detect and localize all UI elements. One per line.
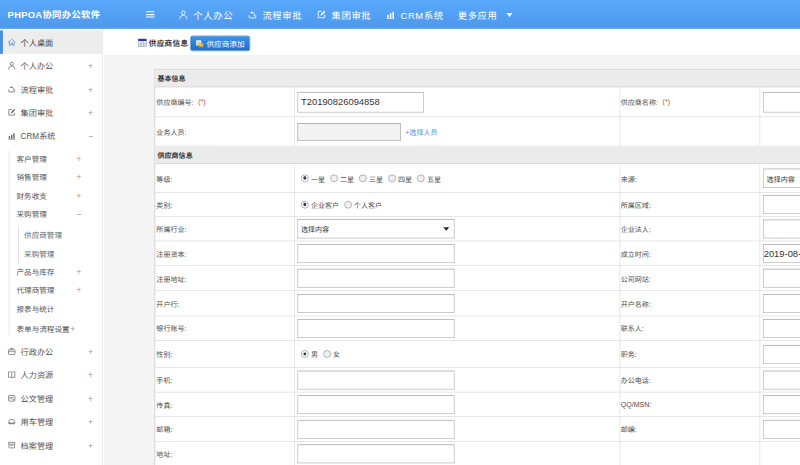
founding-date-input[interactable] (763, 244, 800, 263)
region-input[interactable] (763, 195, 800, 214)
sidebar-item-5[interactable]: CRM系统− (0, 124, 102, 147)
level-radios-option-3[interactable]: 三星 (359, 173, 383, 183)
field-input-cell: 选择内容 (295, 217, 621, 241)
sidebar-item-18[interactable]: 公文管理+ (0, 387, 102, 410)
registered-capital-input[interactable] (298, 244, 455, 263)
website-input[interactable] (763, 269, 800, 288)
field-input-cell: +选择人员 (295, 117, 621, 146)
address-input[interactable] (298, 445, 455, 464)
sidebar-item-8[interactable]: 财务收支+ (0, 186, 102, 204)
sidebar-item-10[interactable]: 供应商管理 (18, 225, 102, 244)
select-person-link[interactable]: +选择人员 (405, 127, 437, 137)
field-label: 来源: (621, 173, 637, 183)
field-input-cell (760, 193, 800, 216)
sidebar-item-3[interactable]: 流程审批+ (0, 77, 102, 100)
collapse-minus-icon[interactable]: − (76, 208, 81, 218)
expand-plus-icon[interactable]: + (88, 61, 93, 71)
mobile-input[interactable] (298, 370, 455, 389)
bank-account-input[interactable] (298, 319, 455, 338)
legal-person-input[interactable] (763, 219, 800, 238)
field-label: 手机: (156, 375, 172, 385)
expand-plus-icon[interactable]: + (76, 267, 81, 277)
qq-msn-input[interactable] (763, 395, 800, 414)
sidebar-item-15[interactable]: 表单与流程设置+ (0, 320, 102, 338)
topnav-item-2[interactable]: 流程审批 (240, 0, 309, 29)
expand-plus-icon[interactable]: + (76, 285, 81, 295)
expand-plus-icon[interactable]: + (88, 84, 93, 94)
expand-plus-icon[interactable]: + (76, 154, 81, 164)
radio-option-label: 四星 (398, 173, 412, 183)
sidebar-item-17[interactable]: 人力资源+ (0, 363, 102, 386)
field-label-cell: 公司网站: (620, 266, 760, 291)
topnav-item-3[interactable]: 集团审批 (309, 0, 378, 29)
sidebar-item-11[interactable]: 采购管理 (18, 244, 102, 263)
level-radios-option-5[interactable]: 五星 (417, 173, 441, 183)
job-title-input[interactable] (763, 345, 800, 364)
form-row: 地址: (155, 442, 800, 465)
sidebar-item-4[interactable]: 集团审批+ (0, 101, 102, 124)
supplier-code-input[interactable] (298, 92, 425, 112)
expand-plus-icon[interactable]: + (88, 417, 93, 427)
topnav-item-4[interactable]: CRM系统 (378, 0, 450, 29)
topnav-item-1[interactable]: 个人办公 (171, 0, 240, 29)
radio-unchecked-icon (344, 201, 352, 209)
hamburger-menu-icon[interactable] (146, 11, 155, 19)
sidebar-item-7[interactable]: 销售管理+ (0, 168, 102, 186)
field-label-cell: 业务人员: (155, 117, 294, 146)
level-radios-option-1[interactable]: 一星 (301, 173, 325, 183)
supplier-name-input[interactable] (763, 92, 800, 112)
form-row: 性别:男女职务: (155, 341, 800, 368)
sidebar-item-20[interactable]: 档案管理+ (0, 433, 102, 456)
field-input-cell (295, 368, 621, 392)
postcode-input[interactable] (763, 420, 800, 439)
field-label-cell: 银行账号: (155, 316, 294, 340)
category-radios-option-1[interactable]: 企业客户 (301, 199, 339, 209)
level-radios-option-2[interactable]: 二星 (330, 173, 354, 183)
field-label: 开户行: (156, 298, 179, 308)
registered-address-input[interactable] (298, 269, 455, 288)
topnav-item-5[interactable]: 更多应用 (451, 0, 520, 29)
sidebar-item-6[interactable]: 客户管理+ (0, 150, 102, 168)
sidebar-item-label: 公文管理 (20, 392, 53, 404)
tab-supplier-add[interactable]: 供应商添加 (190, 36, 250, 51)
expand-plus-icon[interactable]: + (88, 370, 93, 380)
expand-plus-icon[interactable]: + (70, 324, 75, 334)
category-radios-option-2[interactable]: 个人客户 (344, 199, 382, 209)
table-icon (138, 38, 147, 47)
level-radios-option-4[interactable]: 四星 (388, 173, 412, 183)
sidebar-item-14[interactable]: 报表与统计 (0, 299, 102, 317)
source-select[interactable]: 选择内容 (763, 168, 800, 187)
account-name-input[interactable] (763, 294, 800, 313)
required-mark: (*) (198, 98, 205, 106)
radio-option-label: 男 (311, 349, 318, 359)
expand-plus-icon[interactable]: + (88, 393, 93, 403)
sidebar-item-19[interactable]: 用车管理+ (0, 410, 102, 433)
tab-supplier-info[interactable]: 供应商信息 (138, 29, 189, 55)
archive-icon (7, 440, 16, 449)
sidebar-item-12[interactable]: 产品与库存+ (0, 263, 102, 281)
expand-plus-icon[interactable]: + (76, 190, 81, 200)
sidebar-item-2[interactable]: 个人办公+ (0, 54, 102, 77)
collapse-minus-icon[interactable]: − (88, 131, 93, 141)
field-label: 性别: (156, 349, 172, 359)
sidebar-item-label: 用车管理 (20, 416, 53, 428)
field-label: 开户名称: (621, 298, 651, 308)
email-input[interactable] (298, 420, 455, 439)
sidebar-item-label: CRM系统 (20, 130, 55, 142)
sidebar-item-1[interactable]: 个人桌面 (0, 30, 102, 53)
field-input-cell (760, 417, 800, 441)
expand-plus-icon[interactable]: + (76, 172, 81, 182)
gender-radios-option-1[interactable]: 男 (301, 349, 318, 359)
expand-plus-icon[interactable]: + (88, 346, 93, 356)
office-phone-input[interactable] (763, 370, 800, 389)
gender-radios-option-2[interactable]: 女 (323, 349, 340, 359)
contact-input[interactable] (763, 319, 800, 338)
sidebar-item-16[interactable]: 行政办公+ (0, 340, 102, 363)
sidebar-item-9[interactable]: 采购管理− (0, 204, 102, 222)
expand-plus-icon[interactable]: + (88, 107, 93, 117)
expand-plus-icon[interactable]: + (88, 440, 93, 450)
fax-input[interactable] (298, 395, 455, 414)
sidebar-item-13[interactable]: 代理商管理+ (0, 281, 102, 299)
industry-select[interactable]: 选择内容 (298, 219, 455, 238)
bank-input[interactable] (298, 294, 455, 313)
